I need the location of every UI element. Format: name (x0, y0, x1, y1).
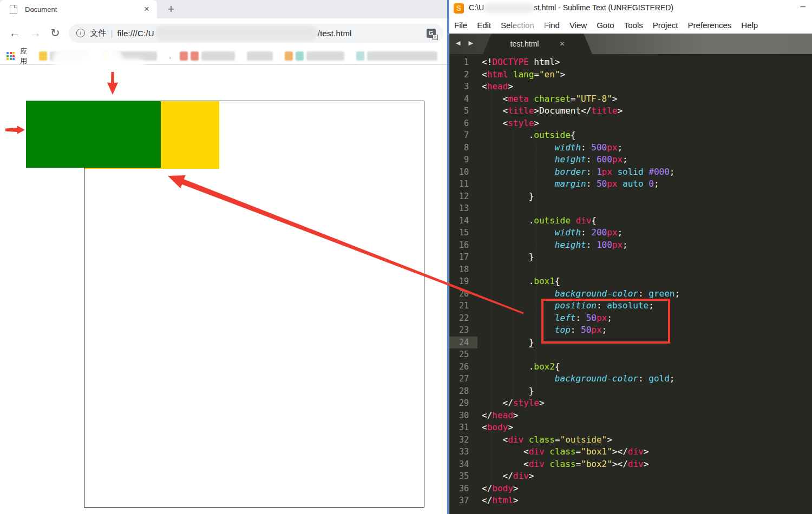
menu-edit[interactable]: Edit (472, 21, 496, 30)
code-text: border: 1px solid #000; (477, 166, 675, 179)
line-number: 17 (449, 251, 477, 263)
code-editor[interactable]: 1<!DOCTYPE html>2<html lang="en">3<head>… (449, 54, 812, 514)
apps-label[interactable]: 应用 (20, 47, 31, 66)
new-tab-button[interactable]: + (164, 3, 178, 17)
line-number: 31 (449, 421, 477, 434)
code-line: 1<!DOCTYPE html> (449, 56, 812, 69)
code-line: 25 (449, 348, 812, 361)
line-number: 2 (449, 69, 477, 81)
code-text: <body> (477, 421, 513, 434)
sublime-tab-testhtml[interactable]: test.html ✕ (483, 34, 592, 54)
code-line: 7 .outside{ (449, 129, 812, 142)
code-line: 5 <title>Document</title> (449, 105, 812, 117)
code-text: <head> (477, 81, 513, 93)
code-text: <div class="box1"></div> (477, 446, 649, 458)
back-icon[interactable]: ← (9, 27, 21, 39)
code-text: </html> (477, 495, 518, 507)
forward-icon[interactable]: → (30, 27, 41, 39)
apps-grid-icon[interactable] (6, 52, 15, 60)
address-bar[interactable]: i 文件 | file:///C:/U /test.html G 文 (69, 24, 443, 43)
code-line: 9 height: 600px; (449, 154, 812, 166)
tab-close-icon[interactable]: × (144, 4, 149, 15)
bookmark-item-redacted[interactable] (285, 51, 344, 61)
bookmark-item-redacted[interactable] (180, 51, 235, 61)
sublime-title-bar[interactable]: S C:\Ust.html - Sublime Text (UNREGISTER… (449, 0, 812, 16)
line-number: 29 (449, 397, 477, 410)
code-line: 12 } (449, 190, 812, 203)
code-text (477, 202, 482, 215)
url-text-suffix: /test.html (318, 29, 352, 38)
scheme-label: 文件 (90, 28, 107, 38)
code-line: 36</body> (449, 483, 812, 495)
code-text: .outside{ (477, 129, 575, 142)
bookmark-label-redacted (306, 51, 344, 61)
history-arrows-icon[interactable]: ◀ ▶ (456, 39, 476, 47)
code-text: <div class="box2"></div> (477, 458, 649, 471)
line-number: 18 (449, 263, 477, 276)
code-text: <html lang="en"> (477, 69, 565, 81)
code-line: 33 <div class="box1"></div> (449, 446, 812, 458)
menu-tools[interactable]: Tools (619, 21, 648, 30)
code-text: </style> (477, 397, 545, 410)
code-text: </head> (477, 410, 518, 422)
line-number: 12 (449, 190, 477, 203)
code-line: 10 border: 1px solid #000; (449, 166, 812, 179)
code-text: .box1{ (477, 275, 560, 288)
line-number: 35 (449, 470, 477, 483)
menu-preferences[interactable]: Preferences (683, 21, 736, 30)
menu-file[interactable]: File (449, 21, 472, 30)
code-line: 4 <meta charset="UTF-8"> (449, 93, 812, 106)
line-number: 16 (449, 239, 477, 252)
sublime-window-title: C:\Ust.html - Sublime Text (UNREGISTERED… (469, 3, 673, 13)
line-number: 13 (449, 202, 477, 215)
apps-grid-dot (10, 52, 12, 54)
sublime-menu-bar: FileEditSelectionFindViewGotoToolsProjec… (449, 16, 812, 34)
code-text: width: 500px; (477, 142, 623, 154)
code-line: 16 height: 100px; (449, 239, 812, 252)
code-text: <style> (477, 117, 539, 130)
code-text: } (477, 190, 534, 203)
code-lines: 1<!DOCTYPE html>2<html lang="en">3<head>… (449, 56, 812, 507)
browser-toolbar: ← → ↻ i 文件 | file:///C:/U /test.html G 文 (0, 18, 449, 48)
apps-grid-dot (6, 52, 9, 54)
code-line: 35 </div> (449, 470, 812, 483)
code-line: 28 } (449, 385, 812, 398)
bookmark-item-redacted[interactable] (356, 51, 437, 61)
menu-help[interactable]: Help (736, 21, 763, 30)
code-text: } (477, 337, 534, 349)
code-line: 6 <style> (449, 117, 812, 130)
line-number: 21 (449, 300, 477, 312)
code-text: <div class="outside"> (477, 434, 612, 446)
bookmark-label-redacted (367, 51, 437, 61)
code-line: 13 (449, 202, 812, 215)
code-line: 26 .box2{ (449, 361, 812, 373)
line-number: 28 (449, 385, 477, 398)
menu-goto[interactable]: Goto (592, 21, 619, 30)
sublime-tab-close-icon[interactable]: ✕ (559, 40, 565, 48)
bookmark-item-redacted[interactable] (247, 51, 273, 61)
info-icon[interactable]: i (76, 29, 85, 37)
menu-project[interactable]: Project (648, 21, 683, 30)
line-number: 22 (449, 312, 477, 325)
line-number: 36 (449, 483, 477, 495)
line-number: 10 (449, 166, 477, 179)
browser-tab-strip: Document × + (0, 0, 449, 18)
line-number: 20 (449, 288, 477, 300)
url-redaction (155, 25, 318, 41)
code-text (477, 263, 482, 276)
code-text: </body> (477, 483, 518, 495)
reload-icon[interactable]: ↻ (50, 27, 60, 39)
bookmark-favicon (296, 51, 304, 61)
code-line: 32 <div class="outside"> (449, 434, 812, 446)
code-line: 15 width: 200px; (449, 227, 812, 239)
title-redaction (484, 3, 534, 13)
browser-tab-document[interactable]: Document × (0, 0, 157, 18)
minimize-icon[interactable]: – (801, 1, 806, 12)
menu-view[interactable]: View (565, 21, 592, 30)
translate-icon[interactable]: G 文 (427, 29, 436, 38)
apps-grid-dot (10, 58, 12, 60)
code-line: 8 width: 500px; (449, 142, 812, 154)
apps-grid-dot (10, 55, 12, 57)
line-number: 6 (449, 117, 477, 130)
bookmark-favicon (191, 51, 199, 61)
